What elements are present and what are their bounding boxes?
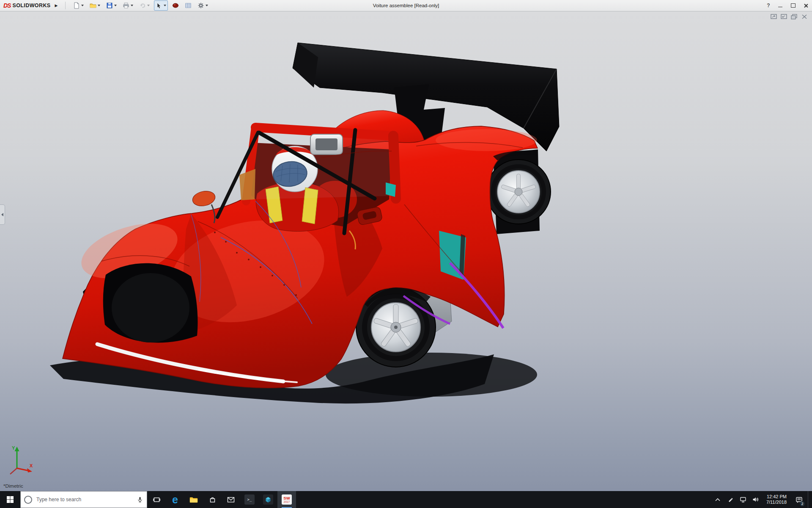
tray-overflow-button[interactable] — [712, 491, 723, 508]
close-button[interactable] — [799, 0, 812, 11]
appearance-sphere-icon — [172, 2, 179, 9]
feature-panel-flyout-arrow[interactable] — [0, 204, 5, 225]
task-view-button[interactable] — [147, 491, 166, 508]
notification-badge: 2 — [800, 501, 805, 506]
file-explorer-button[interactable] — [184, 491, 203, 508]
car-model[interactable] — [0, 11, 812, 491]
search-input[interactable] — [36, 496, 133, 503]
pen-icon — [727, 496, 734, 503]
system-tray: 12:42 PM 7/11/2018 2 — [712, 491, 812, 508]
mail-button[interactable] — [222, 491, 240, 508]
volume-button[interactable] — [750, 491, 761, 508]
minimize-icon — [778, 7, 782, 7]
select-tool-button[interactable] — [154, 0, 168, 11]
open-folder-icon — [90, 2, 96, 9]
show-desktop-button[interactable] — [808, 491, 810, 508]
reference-triad: Y X — [3, 444, 36, 478]
ink-workspace-button[interactable] — [725, 491, 736, 508]
menu-expander-icon[interactable]: ▶ — [55, 3, 58, 8]
edge-icon: e — [172, 494, 178, 505]
windows-logo-icon — [6, 496, 14, 503]
solidworks-app-icon: SW 2017 — [282, 494, 292, 505]
taskbar: e >_ — [0, 491, 812, 508]
view-orientation-label: *Dimetric — [3, 483, 23, 489]
dropdown-caret-icon[interactable] — [131, 5, 133, 6]
start-button[interactable] — [0, 491, 20, 508]
edge-browser-button[interactable]: e — [166, 491, 184, 508]
minimize-button[interactable] — [774, 0, 787, 11]
network-icon — [740, 496, 746, 503]
dropdown-caret-icon[interactable] — [114, 5, 117, 6]
titlebar: DS SOLIDWORKS ▶ — [0, 0, 812, 11]
select-cursor-icon — [156, 2, 162, 9]
restore-document-icon[interactable] — [791, 14, 798, 19]
options-button[interactable] — [196, 0, 210, 11]
file-explorer-icon — [189, 496, 198, 503]
taskbar-search[interactable] — [20, 491, 147, 508]
help-button[interactable]: ? — [763, 3, 774, 8]
undo-button[interactable] — [137, 0, 151, 11]
console-app-button[interactable]: >_ — [240, 491, 259, 508]
save-icon — [106, 2, 113, 9]
store-button[interactable] — [203, 491, 222, 508]
close-document-icon[interactable] — [801, 14, 808, 19]
clock-date: 7/11/2018 — [766, 500, 787, 505]
action-center-button[interactable]: 2 — [792, 491, 806, 508]
clock-time: 12:42 PM — [766, 494, 787, 500]
graphics-area[interactable]: Y X *Dimetric — [0, 11, 812, 491]
new-document-button[interactable] — [71, 0, 85, 11]
dropdown-caret-icon[interactable] — [98, 5, 100, 6]
taskbar-spacer — [296, 491, 712, 508]
chevron-up-icon — [714, 497, 721, 502]
appearance-button[interactable] — [170, 0, 181, 11]
solidworks-brand: SOLIDWORKS — [12, 3, 50, 8]
triad-y-label: Y — [12, 445, 15, 450]
float-window-icon[interactable] — [771, 14, 777, 19]
cad-viewer-button[interactable] — [259, 491, 277, 508]
store-bag-icon — [209, 496, 216, 503]
left-cockpit-window[interactable] — [239, 169, 255, 200]
solidworks-taskbar-button[interactable]: SW 2017 — [277, 491, 296, 508]
dropdown-caret-icon[interactable] — [81, 5, 84, 6]
dropdown-caret-icon[interactable] — [147, 5, 150, 6]
open-button[interactable] — [88, 0, 102, 11]
console-icon: >_ — [244, 494, 255, 505]
save-button[interactable] — [104, 0, 118, 11]
table-icon — [185, 2, 192, 9]
toolbar-separator — [65, 2, 66, 9]
cube-app-icon — [263, 494, 273, 505]
ds-logo: DS — [3, 2, 11, 9]
cortana-icon — [24, 496, 32, 504]
print-button[interactable] — [121, 0, 135, 11]
mail-icon — [227, 497, 235, 503]
close-icon — [804, 3, 808, 8]
maximize-button[interactable] — [787, 0, 799, 11]
dash-window[interactable] — [386, 182, 396, 197]
spreadsheet-button[interactable] — [183, 0, 193, 11]
dock-window-icon[interactable] — [781, 14, 787, 19]
new-document-icon — [73, 2, 80, 9]
chevron-left-icon — [1, 213, 3, 216]
microphone-icon[interactable] — [137, 496, 143, 503]
undo-icon — [139, 2, 146, 9]
dropdown-caret-icon[interactable] — [206, 5, 208, 6]
network-status-button[interactable] — [738, 491, 749, 508]
task-view-icon — [153, 496, 160, 503]
solidworks-window: DS SOLIDWORKS ▶ — [0, 0, 812, 508]
triad-x-label: X — [30, 463, 33, 468]
taskbar-clock[interactable]: 12:42 PM 7/11/2018 — [763, 494, 790, 505]
document-window-controls — [771, 14, 808, 19]
print-icon — [123, 2, 129, 9]
front-left-wheel-arch[interactable] — [103, 263, 198, 343]
maximize-icon — [791, 3, 796, 8]
speaker-icon — [752, 496, 759, 503]
dropdown-caret-icon[interactable] — [164, 5, 166, 6]
document-title: Voiture assemblee [Read-only] — [373, 3, 439, 8]
rear-view-mirror[interactable] — [310, 134, 343, 155]
gear-icon — [198, 2, 204, 9]
